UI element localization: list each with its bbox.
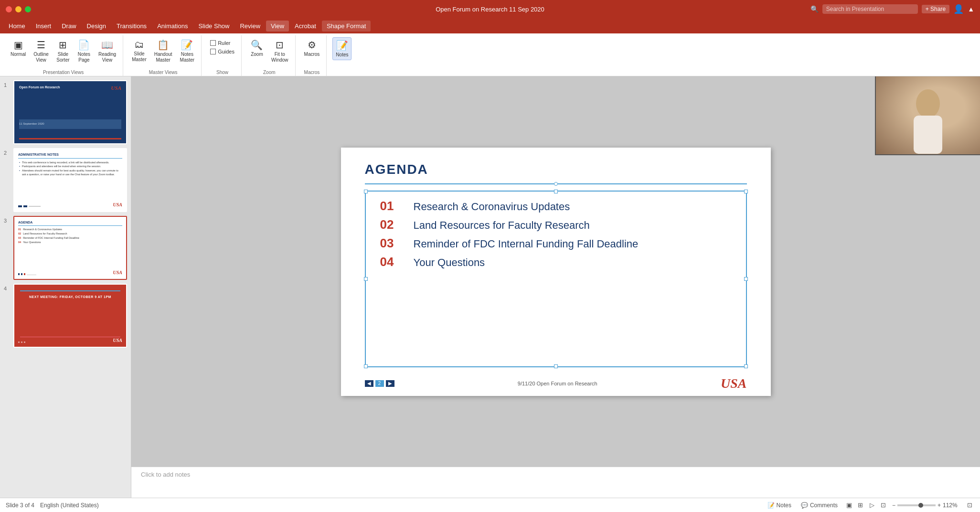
handle-bottom-left[interactable] bbox=[364, 364, 368, 368]
ribbon-btn-macros[interactable]: ⚙ Macros bbox=[301, 37, 323, 59]
ribbon-btn-fit-window[interactable]: ⊡ Fit toWindow bbox=[268, 37, 291, 65]
slide-canvas-2: ADMINISTRATIVE NOTES This web conference… bbox=[14, 149, 126, 211]
ruler-checkbox[interactable] bbox=[210, 40, 216, 46]
collapse-icon[interactable]: ▲ bbox=[968, 5, 974, 13]
notes-placeholder[interactable]: Click to add notes bbox=[141, 471, 190, 478]
zoom-slider[interactable] bbox=[897, 504, 936, 506]
slide-image-4[interactable]: NEXT MEETING: FRIDAY, OCTOBER 9 AT 1PM U… bbox=[13, 284, 127, 348]
handle-bottom-right[interactable] bbox=[744, 364, 748, 368]
menu-insert[interactable]: Insert bbox=[31, 21, 56, 32]
rotate-handle[interactable] bbox=[554, 182, 558, 186]
ribbon-group-notes: 📝 Notes bbox=[329, 35, 355, 76]
ribbon-btn-outline[interactable]: ☰ OutlineView bbox=[31, 37, 52, 65]
s2-title: ADMINISTRATIVE NOTES bbox=[18, 153, 122, 156]
view-icon-normal[interactable]: ▣ bbox=[844, 501, 854, 510]
ribbon-btn-normal[interactable]: ▣ Normal bbox=[8, 37, 29, 59]
slide-image-3[interactable]: AGENDA 01Research & Coronavirus Updates … bbox=[13, 216, 127, 280]
menu-draw[interactable]: Draw bbox=[57, 21, 81, 32]
handle-mid-right[interactable] bbox=[744, 277, 748, 281]
menu-shape-format[interactable]: Shape Format bbox=[322, 21, 371, 32]
zoom-thumb[interactable] bbox=[918, 503, 923, 508]
status-notes-btn[interactable]: 📝 Notes bbox=[765, 501, 794, 510]
view-icon-grid[interactable]: ⊞ bbox=[856, 501, 865, 510]
slide-container: AGENDA bbox=[131, 76, 980, 467]
slide-thumb-4[interactable]: 4 NEXT MEETING: FRIDAY, OCTOBER 9 AT 1PM… bbox=[4, 284, 127, 348]
ribbon-btn-notes-master[interactable]: 📝 NotesMaster bbox=[177, 37, 198, 65]
slide-master-label: SlideMaster bbox=[132, 51, 147, 63]
s2-bars bbox=[18, 205, 41, 207]
guides-checkbox-row[interactable]: Guides bbox=[207, 48, 237, 55]
menu-transitions[interactable]: Transitions bbox=[112, 21, 151, 32]
slide-image-2[interactable]: ADMINISTRATIVE NOTES This web conference… bbox=[13, 148, 127, 212]
main-slide[interactable]: AGENDA bbox=[341, 148, 771, 396]
menu-home[interactable]: Home bbox=[4, 21, 30, 32]
slide-footer: ◀ 2 ▶ 9/11/20 Open Forum on Research USA bbox=[341, 376, 771, 391]
s3-items: 01Research & Coronavirus Updates 02Land … bbox=[18, 228, 122, 244]
zoom-minus[interactable]: − bbox=[892, 502, 895, 509]
menu-acrobat[interactable]: Acrobat bbox=[290, 21, 321, 32]
title-right-controls: 🔍 + Share 👤 ▲ bbox=[810, 4, 974, 14]
macros-label: Macros bbox=[304, 52, 320, 57]
s3-bars bbox=[18, 273, 36, 275]
handle-top-left[interactable] bbox=[364, 190, 368, 193]
comments-label: Comments bbox=[810, 502, 838, 509]
ribbon-btn-reading-view[interactable]: 📖 ReadingView bbox=[96, 37, 119, 65]
handle-top-center[interactable] bbox=[554, 190, 558, 193]
svg-rect-1 bbox=[914, 116, 942, 154]
handle-top-right[interactable] bbox=[744, 190, 748, 193]
search-input[interactable] bbox=[822, 4, 918, 14]
language-info: English (United States) bbox=[40, 502, 99, 509]
menu-animations[interactable]: Animations bbox=[152, 21, 192, 32]
ribbon-btn-slide-sorter[interactable]: ⊞ SlideSorter bbox=[53, 37, 73, 65]
notes-master-label: NotesMaster bbox=[180, 52, 195, 63]
s4-title: NEXT MEETING: FRIDAY, OCTOBER 9 AT 1PM bbox=[20, 295, 120, 299]
ribbon-btn-zoom[interactable]: 🔍 Zoom bbox=[247, 37, 266, 59]
close-button[interactable] bbox=[6, 6, 12, 12]
zoom-percent[interactable]: 112% bbox=[943, 502, 961, 509]
status-comments-btn[interactable]: 💬 Comments bbox=[798, 501, 841, 510]
notes-button-group: 📝 Notes bbox=[332, 35, 352, 60]
window-controls bbox=[6, 6, 31, 12]
view-icon-slideshow[interactable]: ⊡ bbox=[879, 501, 888, 510]
app-title: Open Forum on Research 11 Sep 2020 bbox=[436, 6, 544, 13]
slide-usa-logo: USA bbox=[721, 376, 746, 391]
slide-thumb-3[interactable]: 3 AGENDA 01Research & Coronavirus Update… bbox=[4, 216, 127, 280]
comments-icon: 💬 bbox=[801, 502, 808, 509]
slide-nav-current: 2 bbox=[375, 380, 384, 387]
minimize-button[interactable] bbox=[15, 6, 21, 12]
fit-window-status-btn[interactable]: ⊡ bbox=[965, 501, 974, 510]
ribbon-btn-handout-master[interactable]: 📋 HandoutMaster bbox=[151, 37, 175, 65]
slide-number-3: 3 bbox=[4, 216, 11, 224]
view-icon-reading[interactable]: ▷ bbox=[867, 501, 877, 510]
ribbon-btn-slide-master[interactable]: 🗂 SlideMaster bbox=[129, 37, 149, 64]
slide-thumb-2[interactable]: 2 ADMINISTRATIVE NOTES This web conferen… bbox=[4, 148, 127, 212]
slide-content-box[interactable]: 01 Research & Coronavirus Updates 02 Lan… bbox=[365, 191, 747, 367]
slide-image-1[interactable]: Open Forum on Research USA 11 September … bbox=[13, 80, 127, 144]
notes-group-title bbox=[332, 75, 352, 76]
menu-view[interactable]: View bbox=[266, 21, 289, 32]
notes-area[interactable]: Click to add notes bbox=[131, 467, 980, 498]
menu-review[interactable]: Review bbox=[235, 21, 265, 32]
menu-slideshow[interactable]: Slide Show bbox=[193, 21, 234, 32]
zoom-group-title: Zoom bbox=[247, 70, 291, 76]
maximize-button[interactable] bbox=[25, 6, 31, 12]
slide-sorter-label: SlideSorter bbox=[56, 52, 69, 63]
s1-logo: USA bbox=[111, 85, 121, 91]
share-button[interactable]: + Share bbox=[922, 5, 949, 13]
mv-group-title: Master Views bbox=[129, 70, 197, 76]
menu-design[interactable]: Design bbox=[82, 21, 111, 32]
slide-thumb-1[interactable]: 1 Open Forum on Research USA 11 Septembe… bbox=[4, 80, 127, 144]
handle-mid-left[interactable] bbox=[364, 277, 368, 281]
agenda-row-3: 03 Reminder of FDC Internal Funding Fall… bbox=[380, 236, 732, 251]
master-view-buttons: 🗂 SlideMaster 📋 HandoutMaster 📝 NotesMas… bbox=[129, 35, 197, 65]
ribbon-btn-notes[interactable]: 📝 Notes bbox=[332, 37, 352, 60]
slide-nav-next[interactable]: ▶ bbox=[386, 380, 394, 387]
guides-checkbox[interactable] bbox=[210, 49, 216, 54]
zoom-plus[interactable]: + bbox=[937, 502, 941, 509]
slide-nav-prev[interactable]: ◀ bbox=[365, 380, 373, 387]
handle-bottom-center[interactable] bbox=[554, 364, 558, 368]
zoom-buttons: 🔍 Zoom ⊡ Fit toWindow bbox=[247, 35, 291, 65]
ruler-checkbox-row[interactable]: Ruler bbox=[207, 39, 237, 47]
zoom-icon: 🔍 bbox=[251, 39, 263, 51]
ribbon-btn-notes-page[interactable]: 📄 NotesPage bbox=[75, 37, 94, 65]
